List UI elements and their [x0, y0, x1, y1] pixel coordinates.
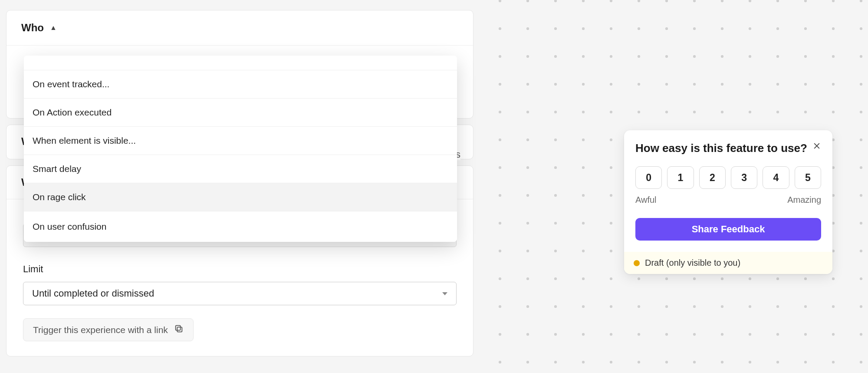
panel-who-title: Who	[21, 22, 44, 34]
dropdown-item[interactable]: On Action executed	[24, 99, 457, 127]
rating-label: 5	[805, 172, 811, 184]
dropdown-item[interactable]: On rage click	[24, 183, 457, 211]
copy-icon	[174, 324, 184, 336]
rating-label: 4	[773, 172, 779, 184]
preview-canvas: How easy is this feature to use? 0 1 2 3…	[481, 0, 868, 373]
close-button[interactable]	[812, 142, 821, 150]
rating-button-5[interactable]: 5	[795, 166, 821, 189]
dropdown-item[interactable]	[24, 56, 457, 70]
close-icon	[812, 144, 821, 152]
rating-label: 0	[646, 172, 651, 184]
limit-label: Limit	[23, 264, 457, 275]
dropdown-item-label: Smart delay	[33, 164, 81, 174]
dropdown-item[interactable]: When element is visible...	[24, 127, 457, 155]
feedback-title: How easy is this feature to use?	[635, 142, 807, 155]
dropdown-item-label: On user confusion	[33, 221, 106, 232]
rating-label: 2	[710, 172, 715, 184]
rating-button-4[interactable]: 4	[763, 166, 789, 189]
trigger-link-button[interactable]: Trigger this experience with a link	[23, 318, 194, 341]
chevron-up-icon: ▲	[50, 24, 57, 32]
feedback-card: How easy is this feature to use? 0 1 2 3…	[624, 130, 832, 274]
rating-button-3[interactable]: 3	[731, 166, 757, 189]
rating-label: 1	[678, 172, 684, 184]
dropdown-item-label: On event tracked...	[33, 79, 109, 89]
rating-low-label: Awful	[635, 195, 657, 205]
panel-who-header[interactable]: Who ▲	[7, 10, 473, 45]
svg-rect-1	[176, 326, 181, 330]
dropdown-item-label: On Action executed	[33, 107, 112, 118]
dropdown-item-label: On rage click	[33, 192, 86, 202]
status-dot-icon	[634, 260, 640, 266]
rating-button-0[interactable]: 0	[635, 166, 662, 189]
limit-select[interactable]: Until completed or dismissed	[23, 282, 457, 305]
dropdown-item[interactable]: Smart delay	[24, 155, 457, 183]
draft-strip-label: Draft (only visible to you)	[645, 258, 740, 268]
dropdown-item[interactable]: On event tracked...	[24, 70, 457, 99]
dropdown-item[interactable]: On user confusion	[24, 211, 457, 242]
trigger-dropdown-menu: On event tracked... On Action executed W…	[24, 56, 457, 242]
share-feedback-label: Share Feedback	[692, 224, 765, 234]
rating-button-1[interactable]: 1	[667, 166, 694, 189]
svg-rect-0	[177, 327, 182, 332]
limit-select-value: Until completed or dismissed	[32, 288, 154, 299]
chevron-down-icon	[442, 292, 447, 295]
rating-row: 0 1 2 3 4 5	[635, 166, 821, 189]
dropdown-item-label: When element is visible...	[33, 135, 136, 146]
trigger-link-label: Trigger this experience with a link	[33, 325, 168, 335]
rating-high-label: Amazing	[787, 195, 821, 205]
share-feedback-button[interactable]: Share Feedback	[635, 218, 821, 241]
draft-strip: Draft (only visible to you)	[624, 252, 832, 274]
rating-scale-labels: Awful Amazing	[635, 195, 821, 205]
rating-label: 3	[741, 172, 747, 184]
rating-button-2[interactable]: 2	[699, 166, 726, 189]
